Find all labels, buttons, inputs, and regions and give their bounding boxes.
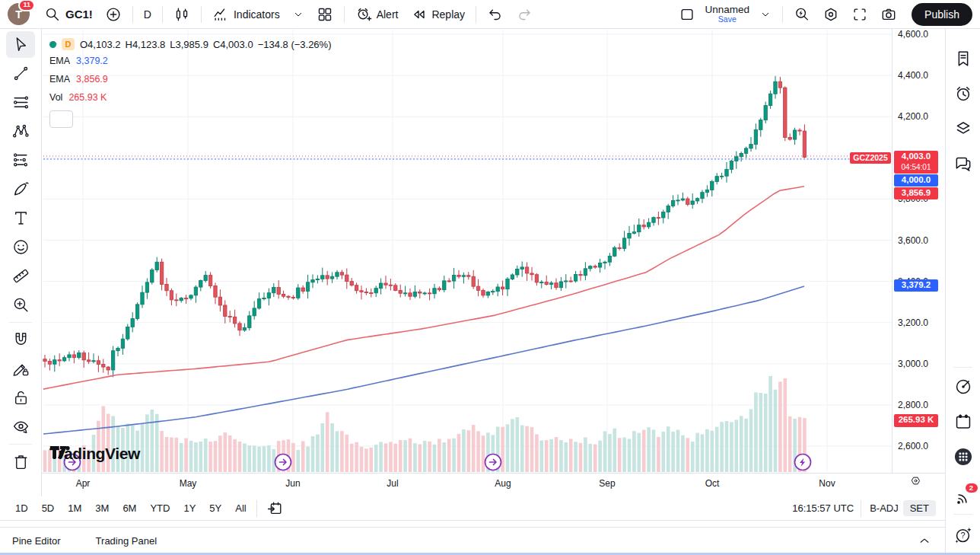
symbol-search-button[interactable]: GC1!	[39, 4, 98, 25]
fib-retracement-icon	[11, 93, 30, 112]
chart-type-button[interactable]	[168, 4, 196, 25]
vol-label: Vol	[49, 92, 62, 103]
undo-button[interactable]	[482, 4, 509, 25]
sidebar-broadcast-button[interactable]: 2	[950, 485, 976, 511]
tool-drawing-mode[interactable]	[6, 356, 35, 382]
tool-cursor[interactable]	[6, 31, 35, 58]
sidebar-apps-button[interactable]	[950, 444, 976, 470]
price-tick: 2,800.0	[898, 400, 928, 410]
layout-menu-arrow[interactable]	[754, 6, 777, 23]
replay-button[interactable]: Replay	[405, 4, 470, 25]
help-icon: ?	[953, 525, 973, 545]
layout-square-icon	[679, 6, 695, 23]
multichart-layout-button[interactable]	[311, 4, 339, 25]
compare-add-symbol-button[interactable]	[100, 4, 127, 25]
redo-button[interactable]	[511, 4, 538, 25]
tool-xabcd-pattern[interactable]	[6, 118, 35, 145]
top-toolbar: T 11 GC1! D Indicators	[0, 0, 980, 29]
camera-icon	[880, 6, 897, 23]
price-tick: 3,600.0	[898, 235, 928, 246]
session-toggle[interactable]: SET	[903, 500, 936, 516]
range-5d-button[interactable]: 5D	[36, 500, 61, 516]
sidebar-screener-button[interactable]	[950, 374, 976, 400]
sidebar-help-button[interactable]: ?	[950, 522, 976, 548]
publish-button[interactable]: Publish	[912, 3, 972, 26]
legend-collapse-button[interactable]	[49, 110, 73, 128]
screener-icon	[953, 377, 973, 397]
user-avatar[interactable]: T 11	[8, 3, 30, 25]
tool-measure-ruler[interactable]	[6, 263, 35, 289]
range-5y-button[interactable]: 5Y	[203, 500, 228, 516]
adjustment-toggle[interactable]: B-ADJ	[865, 500, 903, 516]
tool-lock-drawings[interactable]	[6, 384, 35, 411]
low-value: L3,985.9	[170, 39, 208, 50]
save-link[interactable]: Save	[718, 15, 737, 24]
trading-panel-tab[interactable]: Trading Panel	[96, 535, 157, 547]
sidebar-alerts-button[interactable]	[950, 81, 976, 107]
tool-hide-drawings[interactable]	[6, 413, 35, 440]
tool-zoom-in[interactable]	[6, 292, 35, 318]
replay-rewind-icon	[410, 6, 427, 23]
price-tick: 4,400.0	[898, 70, 928, 81]
clock-utc[interactable]: 16:15:57 UTC	[792, 502, 854, 514]
settings-gear-icon	[822, 6, 839, 23]
replay-label: Replay	[431, 8, 465, 21]
range-1m-button[interactable]: 1M	[62, 500, 88, 516]
month-tick-jun: Jun	[285, 478, 300, 489]
price-axis-settings-gear-icon[interactable]	[910, 475, 921, 486]
indicators-button[interactable]: Indicators	[207, 4, 285, 25]
indicators-templates-arrow[interactable]	[287, 6, 310, 23]
range-6m-button[interactable]: 6M	[116, 500, 142, 516]
layout-name-save[interactable]: Unnamed Save	[702, 4, 753, 24]
range-ytd-button[interactable]: YTD	[144, 500, 176, 516]
quick-search-button[interactable]	[788, 4, 816, 25]
time-axis[interactable]: AprMayJunJulAugSepOctNov	[42, 473, 945, 497]
save-layout-button[interactable]	[673, 4, 701, 25]
tool-emoji[interactable]	[6, 234, 35, 260]
notification-count-badge: 11	[18, 0, 35, 11]
tool-brush[interactable]	[6, 176, 35, 203]
tool-projection[interactable]	[6, 147, 35, 174]
chart-settings-button[interactable]	[817, 4, 845, 25]
volume-legend-row[interactable]: Vol 265.93 K	[49, 92, 336, 103]
tool-text[interactable]	[6, 205, 35, 231]
snapshot-button[interactable]	[875, 4, 902, 25]
range-1y-button[interactable]: 1Y	[177, 500, 202, 516]
xabcd-pattern-icon	[11, 122, 30, 141]
right-sidebar: 2?	[945, 29, 980, 555]
ema-blue-legend-row[interactable]: EMA 3,379.2	[49, 56, 336, 66]
month-tick-sep: Sep	[599, 478, 615, 489]
layout-grid-icon	[317, 6, 333, 23]
month-tick-jul: Jul	[387, 478, 398, 489]
range-3m-button[interactable]: 3M	[89, 500, 115, 516]
object-tree-icon	[953, 119, 973, 139]
tool-trend-line[interactable]	[6, 60, 35, 87]
price-axis[interactable]: 4,600.04,400.04,200.04,000.03,800.03,600…	[892, 29, 946, 473]
text-icon	[11, 209, 30, 228]
chart-pane[interactable]: D O4,103.2H4,123.8L3,985.9C4,003.0−134.8…	[42, 29, 892, 473]
range-1d-button[interactable]: 1D	[9, 500, 34, 516]
high-value: H4,123.8	[126, 39, 166, 50]
tool-fib-retracement[interactable]	[6, 89, 35, 116]
sidebar-chat-button[interactable]	[950, 151, 976, 177]
interval-button[interactable]: D	[138, 6, 157, 23]
sidebar-calendar-button[interactable]	[950, 409, 976, 435]
fullscreen-button[interactable]	[846, 4, 873, 25]
broadcast-count-badge: 2	[964, 482, 979, 494]
emoji-icon	[11, 238, 30, 257]
series-legend-row[interactable]: D O4,103.2H4,123.8L3,985.9C4,003.0−134.8…	[49, 38, 336, 50]
range-all-button[interactable]: All	[229, 500, 252, 516]
toolbar-divider	[344, 6, 345, 23]
alert-button[interactable]: Alert	[350, 4, 404, 25]
ema-red-legend-row[interactable]: EMA 3,856.9	[49, 74, 336, 85]
sidebar-object-tree-button[interactable]	[950, 116, 976, 142]
chart-legend: D O4,103.2H4,123.8L3,985.9C4,003.0−134.8…	[49, 38, 336, 128]
price-tick: 3,000.0	[898, 359, 928, 369]
tool-remove-drawings[interactable]	[6, 448, 35, 475]
sidebar-watchlist-button[interactable]	[950, 46, 976, 72]
expand-panel-chevron-icon[interactable]	[918, 534, 931, 547]
pine-editor-tab[interactable]: Pine Editor	[12, 535, 61, 547]
chat-icon	[953, 154, 973, 174]
tool-magnet[interactable]	[6, 327, 35, 353]
go-to-date-button[interactable]	[261, 498, 288, 519]
